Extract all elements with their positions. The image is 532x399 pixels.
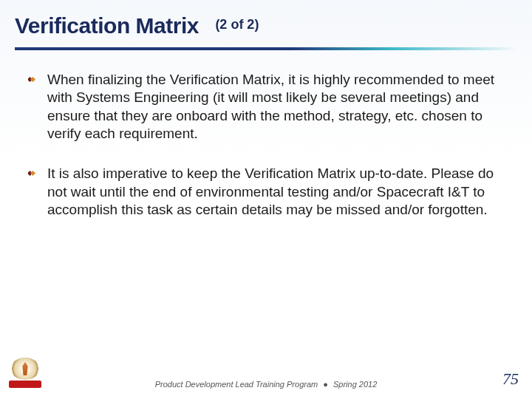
footer-text: Product Development Lead Training Progra… <box>155 380 378 389</box>
bullet-icon <box>28 75 36 83</box>
slide-title: Verification Matrix <box>15 13 199 38</box>
slide-footer: Product Development Lead Training Progra… <box>0 355 532 392</box>
bullet-text: It is also imperative to keep the Verifi… <box>47 166 494 217</box>
logo-icon <box>9 358 41 387</box>
page-number: 75 <box>502 369 519 389</box>
footer-date: Spring 2012 <box>333 380 377 389</box>
slide-subtitle: (2 of 2) <box>215 17 259 33</box>
svg-rect-1 <box>30 77 35 82</box>
svg-rect-3 <box>30 171 35 176</box>
bullet-icon <box>28 169 36 177</box>
slide-header: Verification Matrix (2 of 2) <box>0 0 532 44</box>
footer-program: Product Development Lead Training Progra… <box>155 380 318 389</box>
list-item: When finalizing the Verification Matrix,… <box>33 71 507 143</box>
slide-content: When finalizing the Verification Matrix,… <box>0 50 532 219</box>
list-item: It is also imperative to keep the Verifi… <box>33 165 507 219</box>
bullet-text: When finalizing the Verification Matrix,… <box>47 72 494 141</box>
footer-separator: ● <box>323 380 328 389</box>
